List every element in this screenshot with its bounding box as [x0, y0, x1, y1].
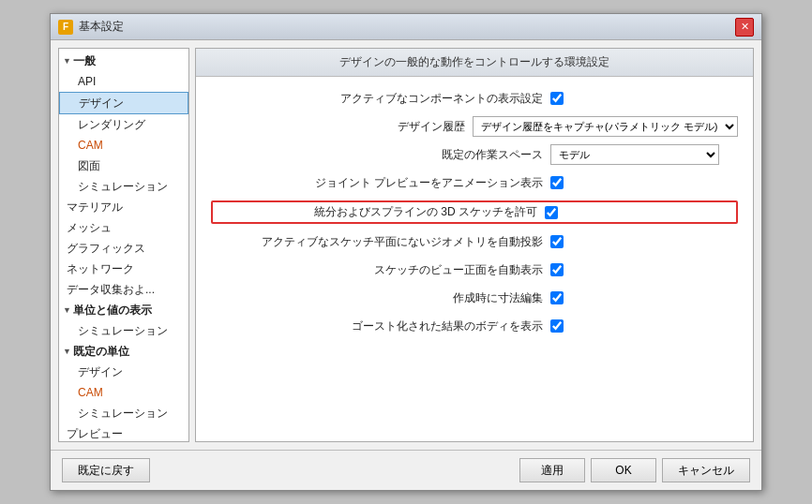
settings-checkbox[interactable]	[550, 263, 564, 276]
sidebar-item[interactable]: CAM	[59, 382, 188, 403]
main-window: F 基本設定 ✕ ▼一般APIデザインレンダリングCAM図面シミュレーションマテ…	[50, 13, 762, 491]
sidebar-item[interactable]: シミュレーション	[59, 176, 188, 197]
app-icon: F	[58, 20, 73, 35]
group-label: 単位と値の表示	[73, 301, 152, 319]
settings-checkbox[interactable]	[545, 206, 558, 219]
settings-row-5: アクティブなスケッチ平面にないジオメトリを自動投影	[211, 231, 738, 252]
title-bar-left: F 基本設定	[58, 19, 124, 35]
sidebar-item[interactable]: ネットワーク	[59, 259, 188, 279]
collapse-arrow: ▼	[63, 301, 71, 319]
settings-label: 統分およびスプラインの 3D スケッチを許可	[217, 204, 545, 220]
close-button[interactable]: ✕	[735, 18, 754, 37]
panel-header: デザインの一般的な動作をコントロールする環境設定	[196, 49, 753, 77]
sidebar-item[interactable]: API	[59, 71, 188, 92]
group-label: 一般	[73, 52, 96, 70]
sidebar-group-header[interactable]: ▼既定の単位	[59, 341, 188, 362]
settings-control	[550, 291, 738, 304]
content-area: ▼一般APIデザインレンダリングCAM図面シミュレーションマテリアルメッシュグラ…	[51, 40, 761, 450]
sidebar-item[interactable]: グラフィックス	[59, 238, 188, 259]
settings-control	[550, 176, 738, 189]
settings-checkbox[interactable]	[550, 235, 564, 248]
sidebar-item[interactable]: CAM	[59, 135, 188, 156]
title-bar: F 基本設定 ✕	[51, 14, 761, 40]
settings-label: デザイン履歴	[211, 119, 473, 135]
settings-row-0: アクティブなコンポーネントの表示設定	[211, 88, 738, 109]
sidebar-item[interactable]: レンダリング	[59, 114, 188, 135]
sidebar-item[interactable]: データ収集およ...	[59, 279, 188, 300]
settings-label: アクティブなコンポーネントの表示設定	[211, 91, 550, 107]
settings-select[interactable]: デザイン履歴をキャプチャ(パラメトリック モデル)デザイン履歴をキャプチャしない	[473, 116, 738, 137]
window-title: 基本設定	[79, 19, 124, 35]
sidebar-group-header[interactable]: ▼一般	[59, 51, 188, 71]
collapse-arrow: ▼	[63, 52, 71, 70]
main-panel: デザインの一般的な動作をコントロールする環境設定 アクティブなコンポーネントの表…	[195, 48, 754, 442]
footer: 既定に戻す 適用 OK キャンセル	[51, 450, 761, 490]
settings-label: アクティブなスケッチ平面にないジオメトリを自動投影	[211, 234, 550, 250]
settings-control	[545, 206, 732, 219]
sidebar-item[interactable]: マテリアル	[59, 197, 188, 217]
settings-checkbox[interactable]	[550, 291, 564, 304]
collapse-arrow: ▼	[63, 342, 71, 361]
settings-control	[550, 92, 738, 105]
settings-row-7: 作成時に寸法編集	[211, 288, 738, 308]
apply-button[interactable]: 適用	[519, 458, 585, 482]
ok-button[interactable]: OK	[591, 458, 656, 482]
sidebar-item[interactable]: シミュレーション	[59, 320, 188, 341]
sidebar-group-header[interactable]: ▼単位と値の表示	[59, 300, 188, 320]
group-label: 既定の単位	[73, 342, 129, 361]
sidebar-item[interactable]: デザイン	[59, 92, 188, 114]
settings-control	[550, 235, 738, 248]
settings-control: モデルフォームパッチ	[550, 144, 738, 165]
sidebar-item[interactable]: 図面	[59, 156, 188, 176]
settings-label: 作成時に寸法編集	[211, 290, 550, 306]
settings-row-1: デザイン履歴デザイン履歴をキャプチャ(パラメトリック モデル)デザイン履歴をキャ…	[211, 116, 738, 137]
settings-label: ゴースト化された結果のボディを表示	[211, 319, 550, 334]
cancel-button[interactable]: キャンセル	[662, 458, 750, 482]
panel-content: アクティブなコンポーネントの表示設定デザイン履歴デザイン履歴をキャプチャ(パラメ…	[196, 77, 753, 441]
sidebar-item[interactable]: プレビュー	[59, 423, 188, 442]
settings-row-2: 既定の作業スペースモデルフォームパッチ	[211, 144, 738, 165]
settings-label: 既定の作業スペース	[211, 147, 550, 163]
settings-control: デザイン履歴をキャプチャ(パラメトリック モデル)デザイン履歴をキャプチャしない	[473, 116, 738, 137]
settings-checkbox[interactable]	[550, 319, 564, 333]
settings-label: スケッチのビュー正面を自動表示	[211, 262, 550, 278]
settings-select[interactable]: モデルフォームパッチ	[550, 144, 719, 165]
settings-checkbox[interactable]	[550, 176, 564, 189]
settings-control	[550, 319, 738, 333]
footer-right: 適用 OK キャンセル	[519, 458, 750, 482]
settings-row-3: ジョイント プレビューをアニメーション表示	[211, 172, 738, 193]
sidebar-item[interactable]: シミュレーション	[59, 403, 188, 423]
sidebar: ▼一般APIデザインレンダリングCAM図面シミュレーションマテリアルメッシュグラ…	[58, 48, 189, 442]
settings-label: ジョイント プレビューをアニメーション表示	[211, 175, 550, 191]
settings-checkbox[interactable]	[550, 92, 564, 105]
settings-row-6: スケッチのビュー正面を自動表示	[211, 259, 738, 280]
reset-button[interactable]: 既定に戻す	[62, 458, 150, 482]
settings-control	[550, 263, 738, 276]
settings-row-4: 統分およびスプラインの 3D スケッチを許可	[211, 200, 738, 224]
sidebar-item[interactable]: メッシュ	[59, 217, 188, 238]
settings-row-8: ゴースト化された結果のボディを表示	[211, 316, 738, 336]
sidebar-item[interactable]: デザイン	[59, 362, 188, 382]
